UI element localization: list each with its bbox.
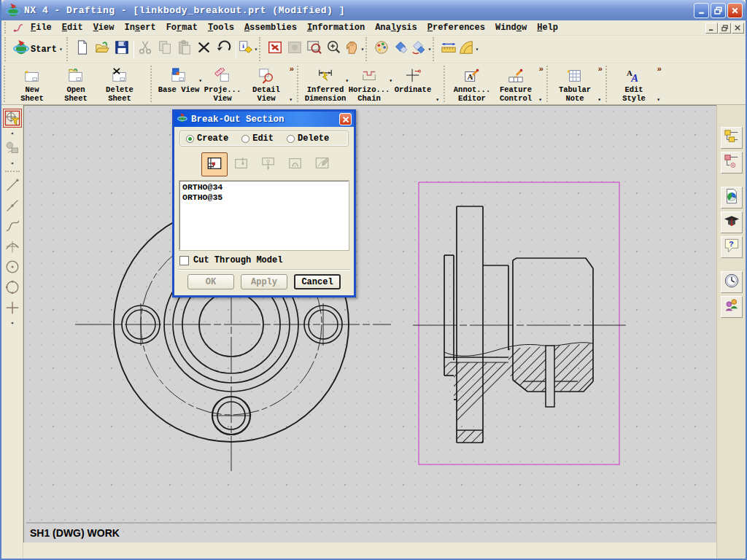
- circle-center-button[interactable]: [3, 257, 22, 276]
- toolbar-grip[interactable]: [433, 37, 438, 61]
- fit-view-button[interactable]: [266, 39, 285, 59]
- toolbar-overflow-icon[interactable]: »: [657, 65, 662, 74]
- menu-analysis[interactable]: Analysis: [370, 22, 422, 34]
- save-floppy-button[interactable]: [112, 39, 132, 59]
- toolbar-options-icon[interactable]: ▾: [289, 96, 293, 103]
- toolbar-grip[interactable]: [66, 37, 71, 61]
- ordinate-button[interactable]: Ordinate: [391, 64, 435, 104]
- menu-view[interactable]: View: [88, 22, 120, 34]
- select-view-button[interactable]: [201, 152, 228, 176]
- cancel-button[interactable]: Cancel: [294, 274, 341, 289]
- selection-filter-button[interactable]: [3, 109, 22, 128]
- toolbar-grip[interactable]: [4, 66, 9, 102]
- chevron-down-icon[interactable]: ▾: [475, 46, 479, 52]
- assembly-navigator-tab[interactable]: [721, 127, 743, 149]
- toolbar-grip[interactable]: [4, 22, 9, 34]
- horiz-chain-button[interactable]: Horizo... Chain▾: [347, 64, 391, 104]
- part-navigator-tab[interactable]: [721, 152, 743, 174]
- wireframe-view-button[interactable]: ▾: [411, 39, 431, 59]
- delete-radio[interactable]: Delete: [287, 133, 329, 144]
- zoom-rect-button[interactable]: [305, 39, 325, 59]
- view-list-item[interactable]: ORTHO@34: [182, 182, 346, 192]
- zoom-inout-button[interactable]: [325, 39, 344, 59]
- expand-arrow-icon[interactable]: ◂: [10, 319, 14, 326]
- toolbar-options-icon[interactable]: ▾: [538, 96, 542, 103]
- shaded-view-button[interactable]: [392, 39, 411, 59]
- menu-file[interactable]: File: [26, 22, 57, 34]
- drawing-canvas[interactable]: [24, 106, 717, 543]
- toolbar-options-icon[interactable]: ▾: [436, 96, 439, 103]
- expand-arrow-icon[interactable]: ◂: [10, 160, 14, 166]
- chevron-down-icon[interactable]: ▾: [427, 46, 431, 52]
- toolbar-options-icon[interactable]: ▾: [597, 96, 601, 103]
- arc-button[interactable]: [3, 237, 22, 256]
- child-minimize-button[interactable]: [705, 23, 718, 34]
- chevron-down-icon[interactable]: ▾: [254, 46, 258, 52]
- history-tab[interactable]: [721, 271, 743, 293]
- inferred-dim-button[interactable]: Inferred Dimension▾: [303, 64, 347, 104]
- annot-editor-button[interactable]: AAnnot... Editor: [450, 64, 494, 104]
- toolbar-grip[interactable]: [259, 37, 264, 61]
- create-radio[interactable]: Create: [186, 133, 228, 144]
- menu-tools[interactable]: Tools: [203, 22, 239, 34]
- pan-hand-button[interactable]: ▾: [344, 39, 364, 59]
- child-restore-button[interactable]: [719, 23, 731, 34]
- palette-button[interactable]: [372, 39, 392, 59]
- break-out-section-dialog[interactable]: Break-Out Section CreateEditDelete ORTHO…: [172, 109, 356, 298]
- spline-button[interactable]: [3, 217, 22, 236]
- delete-x-button[interactable]: [195, 39, 214, 59]
- dialog-titlebar[interactable]: Break-Out Section: [174, 112, 354, 127]
- menu-preferences[interactable]: Preferences: [422, 22, 490, 34]
- menu-help[interactable]: Help: [532, 22, 563, 34]
- side-view[interactable]: [413, 182, 626, 464]
- chevron-down-icon[interactable]: ▾: [360, 46, 364, 52]
- feature-control-button[interactable]: Feature Control: [494, 64, 538, 104]
- dialog-close-icon[interactable]: [339, 113, 352, 125]
- web-browser-tab[interactable]: [721, 187, 743, 209]
- close-button[interactable]: [727, 3, 743, 18]
- menu-format[interactable]: Format: [161, 22, 203, 34]
- toolbar-grip[interactable]: [4, 37, 9, 61]
- toolbar-grip[interactable]: [297, 66, 302, 102]
- menu-insert[interactable]: Insert: [119, 22, 160, 34]
- toolbar-grip[interactable]: [605, 66, 611, 102]
- tabular-note-button[interactable]: ★Tabular Note: [553, 64, 597, 104]
- menu-window[interactable]: Window: [490, 22, 532, 34]
- measure-distance-button[interactable]: [439, 39, 459, 59]
- toolbar-grip[interactable]: [444, 66, 449, 102]
- measure-angle-button[interactable]: ▾: [459, 39, 479, 59]
- customize-icon[interactable]: [11, 21, 26, 34]
- titlebar[interactable]: NX 4 - Drafting - [linkbody_breakout.prt…: [1, 0, 746, 20]
- toolbar-options-icon[interactable]: ▾: [657, 96, 660, 103]
- edit-radio[interactable]: Edit: [241, 133, 274, 144]
- view-list-item[interactable]: ORTHO@35: [182, 192, 346, 203]
- toolbar-grip[interactable]: [150, 66, 155, 102]
- line-button[interactable]: [3, 176, 22, 195]
- edit-style-button[interactable]: AAEdit Style: [612, 64, 656, 104]
- new-file-button[interactable]: [73, 39, 93, 59]
- undo-button[interactable]: [214, 39, 234, 59]
- point-button[interactable]: [3, 298, 22, 317]
- child-close-button[interactable]: [732, 23, 744, 34]
- proje-view-button[interactable]: Proje... View: [201, 64, 244, 104]
- toolbar-overflow-icon[interactable]: »: [538, 65, 543, 74]
- view-listbox[interactable]: ORTHO@34ORTHO@35: [179, 181, 349, 250]
- menu-assemblies[interactable]: Assemblies: [239, 22, 302, 34]
- new-sheet-button[interactable]: ★New Sheet: [10, 64, 54, 104]
- delete-sheet-button[interactable]: Delete Sheet: [98, 64, 142, 104]
- toolbar-grip[interactable]: [546, 66, 551, 102]
- minimize-button[interactable]: [694, 3, 709, 18]
- graphics-window[interactable]: SH1 (DWG) WORK Break-Out Section CreateE…: [23, 105, 716, 542]
- menu-information[interactable]: Information: [302, 22, 370, 34]
- open-folder-button[interactable]: [93, 39, 112, 59]
- expand-arrow-icon[interactable]: ◂: [10, 130, 14, 136]
- circle-point-button[interactable]: [3, 278, 22, 297]
- restore-button[interactable]: [711, 3, 726, 18]
- toolbar-overflow-icon[interactable]: »: [597, 65, 603, 74]
- toolbar-overflow-icon[interactable]: »: [289, 65, 294, 74]
- help-tab[interactable]: ?: [721, 236, 743, 258]
- detail-view-button[interactable]: Detail View: [244, 64, 288, 104]
- menu-edit[interactable]: Edit: [57, 22, 88, 34]
- open-sheet-button[interactable]: Open Sheet: [54, 64, 98, 104]
- base-view-button[interactable]: Base View▾: [157, 64, 201, 104]
